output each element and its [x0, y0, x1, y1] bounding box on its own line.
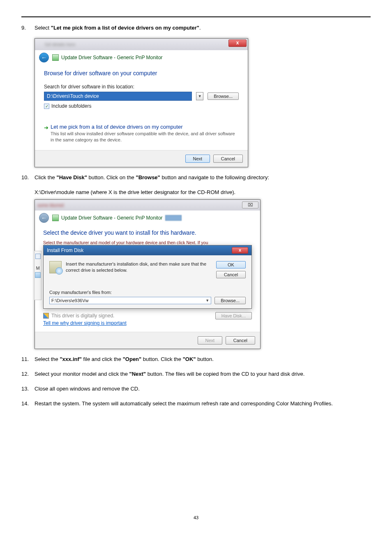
step-text: Restart the system. The system will auto… [35, 400, 333, 407]
step-text: Close all open windows and remove the CD… [35, 386, 140, 392]
cancel-button[interactable]: Cancel [226, 336, 255, 345]
step-number: 13. [21, 384, 29, 393]
floppy-disk-icon [49, 261, 62, 273]
close-button[interactable]: x [232, 247, 248, 254]
option-subtitle: This list will show installed driver sof… [51, 131, 239, 143]
browse-driver-dialog: full details here x ← Update Driver Soft… [35, 38, 248, 167]
monitor-icon [52, 54, 59, 61]
close-button[interactable]: ⌧ [242, 201, 258, 208]
step-10-line2: X:\Driver\module name (where X is the dr… [21, 188, 371, 197]
have-disk-button[interactable]: Have Disk... [215, 312, 252, 319]
dialog-heading: Select the device driver you want to ins… [43, 229, 252, 236]
step-10: 10. Click the "Have Disk" button. Click … [21, 173, 371, 182]
page-number: 43 [21, 515, 371, 520]
step-text: Select "Let me pick from a list of devic… [35, 25, 201, 31]
title-blur: some blurred [37, 203, 64, 208]
shield-icon [43, 313, 49, 319]
step-number: 11. [21, 355, 29, 364]
search-label: Search for driver software in this locat… [44, 84, 239, 90]
monitor-icon [52, 215, 59, 221]
device-icon [35, 272, 41, 278]
subdialog-title: Install From Disk [47, 247, 83, 253]
option-title: Let me pick from a list of device driver… [51, 124, 239, 130]
nav-title: Update Driver Software - Generic PnP Mon… [61, 55, 163, 60]
dialog-footer: Next Cancel [35, 332, 260, 349]
cancel-button[interactable]: Cancel [213, 155, 243, 163]
install-from-disk-subdialog: Install From Disk x Insert the manufactu… [43, 245, 252, 309]
step-text: Select the "xxx.inf" file and click the … [35, 356, 214, 362]
label-fragment: M [35, 266, 41, 271]
dropdown-arrow-icon[interactable]: ▼ [205, 298, 209, 303]
dialog-heading: Browse for driver software on your compu… [44, 70, 239, 76]
include-subfolders-label: Include subfolders [51, 103, 91, 109]
include-subfolders-checkbox[interactable]: ✓ [44, 104, 49, 109]
browse-button[interactable]: Browse... [208, 92, 239, 100]
step-number: 9. [21, 23, 26, 32]
dialog-footer: Next Cancel [35, 150, 248, 167]
step-13: 13. Close all open windows and remove th… [21, 384, 371, 393]
step-number: 12. [21, 370, 29, 379]
signed-text: This driver is digitally signed. [51, 313, 114, 319]
step-12: 12. Select your monitor model and click … [21, 370, 371, 379]
close-button[interactable]: x [228, 39, 247, 47]
cancel-button[interactable]: Cancel [216, 271, 246, 278]
signing-info-link[interactable]: Tell me why driver signing is important [43, 320, 252, 326]
let-me-pick-option[interactable]: ➔ Let me pick from a list of device driv… [44, 124, 239, 143]
dropdown-arrow-icon[interactable]: ▼ [196, 92, 203, 100]
back-button[interactable]: ← [39, 53, 49, 62]
breadcrumb: ← Update Driver Software - Generic PnP M… [35, 210, 260, 225]
browse-button[interactable]: Browse... [214, 297, 246, 304]
step-number: 14. [21, 399, 29, 408]
ok-button[interactable]: OK [216, 261, 246, 268]
title-blur: full details here [37, 42, 75, 47]
arrow-right-icon: ➔ [44, 125, 48, 131]
subdialog-titlebar: Install From Disk x [44, 245, 251, 255]
step-14: 14. Restart the system. The system will … [21, 399, 371, 408]
window-titlebar: some blurred ⌧ [35, 200, 260, 210]
step-11: 11. Select the "xxx.inf" file and click … [21, 355, 371, 364]
checkbox-icon [35, 254, 41, 259]
instruction-line: Select the manufacturer and model of you… [43, 240, 252, 245]
back-button[interactable]: ← [39, 213, 49, 223]
copy-path-input[interactable]: F:\Drivers\e936Vw ▼ [49, 297, 211, 304]
nav-title: Update Driver Software - Generic PnP Mon… [61, 215, 163, 221]
next-button[interactable]: Next [185, 155, 210, 163]
step-number: 10. [21, 173, 29, 182]
next-button[interactable]: Next [198, 336, 223, 345]
title-stub [165, 215, 182, 221]
step-text: Click the "Have Disk" button. Click on t… [35, 174, 269, 180]
step-text: Select your monitor model and click the … [35, 371, 304, 377]
step-9: 9. Select "Let me pick from a list of de… [21, 23, 371, 32]
install-from-disk-dialog: some blurred ⌧ ← Update Driver Software … [35, 199, 261, 349]
instruction-text: Insert the manufacturer's installation d… [66, 261, 212, 274]
background-list-fragment: M [34, 251, 42, 300]
window-titlebar: full details here x [35, 39, 248, 50]
copy-from-label: Copy manufacturer's files from: [49, 290, 246, 295]
path-input[interactable]: D:\Drivers\Touch device [44, 92, 192, 101]
breadcrumb: ← Update Driver Software - Generic PnP M… [35, 50, 248, 65]
horizontal-rule [21, 16, 371, 17]
